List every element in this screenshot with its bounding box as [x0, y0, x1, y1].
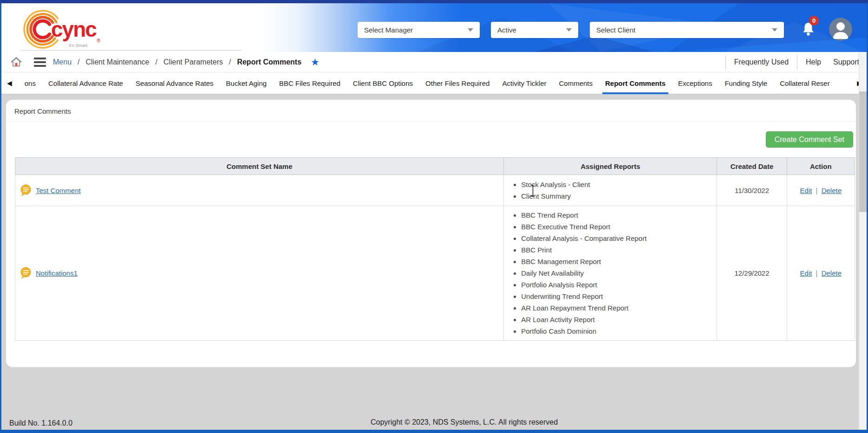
cync-logo[interactable]: cync ® It's Smart — [19, 6, 111, 51]
top-frame-bar — [0, 0, 868, 3]
tab-bucket-aging[interactable]: Bucket Aging — [226, 73, 267, 94]
table-row: Test CommentStock Analysis - ClientClien… — [15, 175, 855, 206]
table-row: Notifications1BBC Trend ReportBBC Execut… — [15, 206, 855, 341]
comment-set-name-cell: Notifications1 — [15, 206, 504, 341]
tab-other-files-required[interactable]: Other Files Required — [425, 73, 489, 94]
col-action: Action — [787, 158, 855, 175]
tab-funding-style[interactable]: Funding Style — [724, 73, 767, 94]
comment-set-link[interactable]: Notifications1 — [36, 269, 78, 277]
scrollbar-thumb[interactable] — [859, 91, 867, 212]
tab-client-bbc-options[interactable]: Client BBC Options — [353, 73, 413, 94]
menu-hamburger-icon[interactable] — [34, 58, 46, 67]
chevron-down-icon — [468, 28, 473, 32]
breadcrumb-separator: / — [229, 58, 231, 66]
tab-seasonal-advance-rates[interactable]: Seasonal Advance Rates — [136, 73, 214, 94]
breadcrumb-bar: Menu / Client Maintenance / Client Param… — [1, 52, 867, 72]
tab-report-comments[interactable]: Report Comments — [605, 73, 666, 94]
page: cync ® It's Smart Select Manager Active … — [0, 0, 868, 433]
comment-set-link[interactable]: Test Comment — [36, 187, 81, 194]
tab-exceptions[interactable]: Exceptions — [678, 73, 712, 94]
breadcrumb-report-comments: Report Comments — [237, 58, 301, 66]
comment-bubble-icon — [20, 267, 32, 279]
report-item: AR Loan Repayment Trend Report — [521, 302, 717, 314]
edit-link[interactable]: Edit — [800, 269, 812, 277]
report-item: AR Loan Activity Report — [521, 314, 717, 325]
frequently-used-link[interactable]: Frequently Used — [734, 58, 789, 66]
support-link[interactable]: Support — [833, 58, 859, 66]
select-manager-value: Select Manager — [364, 26, 413, 34]
created-date-cell: 12/29/2022 — [717, 206, 787, 341]
bottom-frame-bar — [0, 430, 868, 433]
report-item: BBC Print — [521, 244, 717, 256]
favorite-star-icon[interactable]: ★ — [311, 57, 320, 67]
created-date-cell: 11/30/2022 — [717, 175, 787, 206]
tab-comments[interactable]: Comments — [559, 73, 593, 94]
tab-activity-tickler[interactable]: Activity Tickler — [502, 73, 546, 94]
select-manager-dropdown[interactable]: Select Manager — [358, 22, 480, 38]
report-item: Stock Analysis - Client — [521, 179, 717, 190]
chevron-down-icon — [772, 28, 777, 32]
comment-bubble-icon — [20, 184, 32, 197]
delete-link[interactable]: Delete — [822, 187, 842, 194]
tab-list: onsCollateral Advance RateSeasonal Advan… — [25, 73, 830, 94]
comment-table-body: Test CommentStock Analysis - ClientClien… — [15, 175, 855, 341]
tab-bbc-files-required[interactable]: BBC Files Required — [279, 73, 340, 94]
tab-collateral-advance-rate[interactable]: Collateral Advance Rate — [48, 73, 123, 94]
copyright-text: Copyright © 2023, NDS Systems, L.C. All … — [371, 418, 558, 427]
select-client-dropdown[interactable]: Select Client — [590, 22, 784, 38]
create-comment-set-button[interactable]: Create Comment Set — [766, 131, 853, 148]
tabs-scroll-left-icon[interactable]: ◀ — [7, 79, 12, 87]
assigned-reports-cell: Stock Analysis - ClientClient Summary — [504, 175, 717, 206]
brand-tagline: It's Smart — [69, 43, 87, 48]
tab-ons[interactable]: ons — [25, 73, 36, 94]
left-frame-bar — [0, 3, 1, 430]
comment-sets-table: Comment Set Name Assigned Reports Create… — [15, 157, 855, 341]
header-divider — [21, 50, 241, 51]
breadcrumb-client-maintenance[interactable]: Client Maintenance — [85, 58, 149, 66]
report-list: Stock Analysis - ClientClient Summary — [504, 179, 717, 202]
menu-label[interactable]: Menu — [53, 58, 72, 66]
assigned-reports-cell: BBC Trend ReportBBC Executive Trend Repo… — [504, 206, 717, 341]
report-item: BBC Trend Report — [521, 209, 717, 221]
notification-count-badge: 0 — [809, 16, 819, 26]
tab-bar: ◀ onsCollateral Advance RateSeasonal Adv… — [1, 72, 867, 94]
col-comment-set-name: Comment Set Name — [15, 158, 504, 175]
action-cell: Edit | Delete — [787, 206, 855, 341]
report-item: Client Summary — [521, 190, 717, 202]
select-client-value: Select Client — [596, 26, 635, 34]
report-item: Portfolio Cash Dominion — [521, 325, 717, 337]
help-link[interactable]: Help — [806, 58, 821, 66]
user-avatar[interactable] — [829, 18, 852, 41]
breadcrumb-separator: / — [155, 58, 157, 66]
status-dropdown[interactable]: Active — [491, 22, 578, 38]
report-comments-card: Report Comments Create Comment Set Comme… — [6, 100, 856, 367]
report-item: Portfolio Analysis Report — [521, 279, 717, 291]
delete-link[interactable]: Delete — [822, 269, 842, 277]
chevron-down-icon — [566, 28, 572, 32]
edit-link[interactable]: Edit — [800, 187, 812, 194]
col-created-date: Created Date — [717, 158, 787, 175]
report-item: Daily Net Availability — [521, 267, 717, 279]
brand-text: cync — [51, 17, 97, 41]
action-cell: Edit | Delete — [787, 175, 855, 206]
home-icon[interactable] — [11, 57, 22, 67]
divider — [725, 55, 726, 69]
quick-links: Frequently Used Help Support — [717, 55, 859, 69]
breadcrumb-client-parameters[interactable]: Client Parameters — [163, 58, 223, 66]
build-number: Build No. 1.164.0.0 — [9, 419, 72, 427]
action-separator: | — [812, 269, 821, 277]
action-separator: | — [812, 187, 821, 194]
breadcrumb-separator: / — [78, 58, 79, 66]
report-item: BBC Management Report — [521, 256, 717, 267]
report-item: Collateral Analysis - Comparative Report — [521, 233, 717, 244]
comment-set-name-cell: Test Comment — [15, 175, 504, 206]
status-value: Active — [497, 26, 516, 34]
report-item: BBC Executive Trend Report — [521, 221, 717, 233]
table-header-row: Comment Set Name Assigned Reports Create… — [15, 158, 855, 175]
report-list: BBC Trend ReportBBC Executive Trend Repo… — [504, 209, 717, 337]
scrollbar[interactable] — [859, 52, 867, 430]
toolbar: Create Comment Set — [6, 122, 856, 157]
app-header: cync ® It's Smart Select Manager Active … — [0, 3, 868, 52]
page-title: Report Comments — [6, 100, 856, 122]
tab-collateral-reser[interactable]: Collateral Reser — [780, 73, 830, 94]
